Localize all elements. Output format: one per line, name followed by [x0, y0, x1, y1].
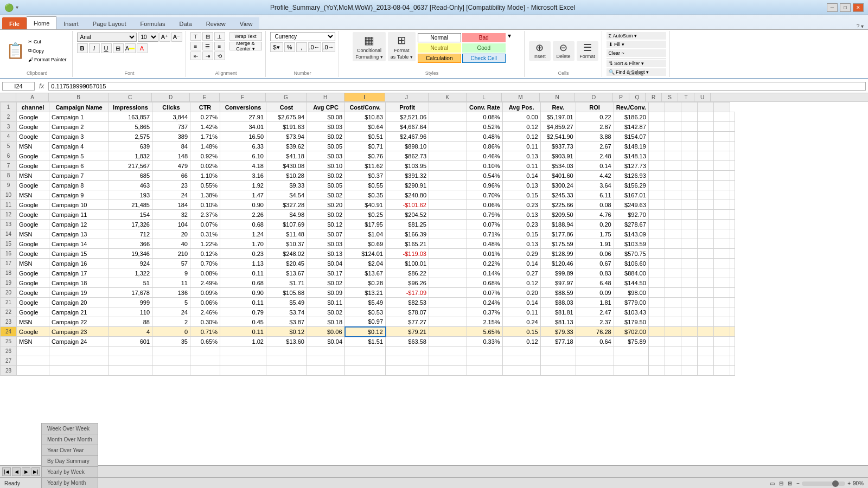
cell-11-11[interactable]: 0.06%: [467, 200, 503, 210]
cell-17-6[interactable]: $20.45: [266, 259, 307, 268]
col-header-F[interactable]: F: [220, 93, 266, 101]
cell-27-7[interactable]: [307, 356, 345, 366]
cell-25-2[interactable]: 601: [109, 337, 152, 346]
clear-button[interactable]: Clear ~: [607, 49, 666, 57]
cell-23-7[interactable]: $0.18: [307, 317, 345, 327]
cell-5-2[interactable]: 639: [109, 142, 152, 151]
cell-5-5[interactable]: 6.33: [220, 142, 266, 151]
cell-13-10[interactable]: [429, 220, 467, 229]
cell-8-1[interactable]: Campaign 7: [49, 171, 109, 181]
underline-button[interactable]: U: [101, 43, 112, 53]
cell-6-8[interactable]: $0.76: [345, 151, 386, 161]
row-num-10[interactable]: 10: [1, 190, 17, 200]
cell-25-11[interactable]: 0.33%: [467, 337, 503, 346]
cell-3-0[interactable]: Google: [17, 122, 49, 132]
align-left-button[interactable]: ≡: [190, 42, 201, 50]
cell-9-4[interactable]: 0.55%: [190, 181, 220, 190]
cell-11-8[interactable]: $40.91: [345, 200, 386, 210]
cell-22-12[interactable]: 0.11: [502, 307, 540, 317]
cell-17-14[interactable]: 0.67: [576, 259, 614, 268]
cell-10-3[interactable]: 24: [152, 190, 190, 200]
cell-7-1[interactable]: Campaign 6: [49, 161, 109, 171]
col-header-M[interactable]: M: [502, 93, 540, 101]
cell-13-14[interactable]: 0.20: [576, 220, 614, 229]
cell-23-15[interactable]: $179.50: [614, 317, 648, 327]
cell-4-10[interactable]: [429, 132, 467, 142]
cell-24-8[interactable]: $0.12: [345, 327, 386, 337]
tab-formulas[interactable]: Formulas: [133, 17, 173, 29]
cell-2-12[interactable]: 0.00: [502, 112, 540, 122]
row-num-5[interactable]: 5: [1, 142, 17, 151]
cell-22-8[interactable]: $0.53: [345, 307, 386, 317]
cell-4-3[interactable]: 389: [152, 132, 190, 142]
cell-27-1[interactable]: [49, 356, 109, 366]
cell-13-6[interactable]: $107.69: [266, 220, 307, 229]
cell-28-4[interactable]: [190, 366, 220, 376]
cell-20-4[interactable]: 0.09%: [190, 288, 220, 298]
cell-10-9[interactable]: $240.80: [386, 190, 429, 200]
cell-4-6[interactable]: $73.94: [266, 132, 307, 142]
cell-4-5[interactable]: 16.50: [220, 132, 266, 142]
row-num-8[interactable]: 8: [1, 171, 17, 181]
cell-16-4[interactable]: 0.12%: [190, 249, 220, 259]
dollar-sign-button[interactable]: $▾: [270, 42, 283, 52]
row-num-25[interactable]: 25: [1, 337, 17, 346]
cell-18-0[interactable]: Google: [17, 268, 49, 278]
cell-5-14[interactable]: 2.67: [576, 142, 614, 151]
cell-15-10[interactable]: [429, 239, 467, 249]
cell-25-6[interactable]: $13.60: [266, 337, 307, 346]
cell-14-1[interactable]: Campaign 13: [49, 229, 109, 239]
cell-25-15[interactable]: $75.89: [614, 337, 648, 346]
cell-6-12[interactable]: 0.13: [502, 151, 540, 161]
cell-15-15[interactable]: $103.59: [614, 239, 648, 249]
cell-7-0[interactable]: Google: [17, 161, 49, 171]
cell-20-1[interactable]: Campaign 19: [49, 288, 109, 298]
cell-2-13[interactable]: $5,197.01: [540, 112, 576, 122]
cell-7-12[interactable]: 0.11: [502, 161, 540, 171]
cell-28-15[interactable]: [614, 366, 648, 376]
cell-17-12[interactable]: 0.14: [502, 259, 540, 268]
cell-28-13[interactable]: [540, 366, 576, 376]
cell-24-7[interactable]: $0.06: [307, 327, 345, 337]
header-impressions[interactable]: Impressions: [109, 102, 152, 112]
cell-25-9[interactable]: $63.58: [386, 337, 429, 346]
cell-14-15[interactable]: $143.09: [614, 229, 648, 239]
cell-24-9[interactable]: $79.21: [386, 327, 429, 337]
cell-26-4[interactable]: [190, 346, 220, 356]
align-top-button[interactable]: ⊤: [190, 32, 201, 41]
cell-16-12[interactable]: 0.29: [502, 249, 540, 259]
cell-24-12[interactable]: 0.15: [502, 327, 540, 337]
autosum-button[interactable]: Σ AutoSum ▾: [607, 32, 666, 40]
cell-6-13[interactable]: $903.91: [540, 151, 576, 161]
cell-21-11[interactable]: 0.24%: [467, 298, 503, 307]
cell-11-3[interactable]: 184: [152, 200, 190, 210]
cell-8-3[interactable]: 66: [152, 171, 190, 181]
cell-23-1[interactable]: Campaign 22: [49, 317, 109, 327]
col-header-I[interactable]: I: [344, 93, 385, 101]
cell-13-7[interactable]: $0.12: [307, 220, 345, 229]
cell-8-5[interactable]: 3.16: [220, 171, 266, 181]
cell-22-7[interactable]: $0.02: [307, 307, 345, 317]
cell-17-2[interactable]: 924: [109, 259, 152, 268]
cell-3-14[interactable]: 2.87: [576, 122, 614, 132]
cell-7-6[interactable]: $430.08: [266, 161, 307, 171]
cell-13-3[interactable]: 104: [152, 220, 190, 229]
cell-28-8[interactable]: [345, 366, 386, 376]
cell-10-2[interactable]: 193: [109, 190, 152, 200]
cell-4-15[interactable]: $154.07: [614, 132, 648, 142]
cell-22-9[interactable]: $78.07: [386, 307, 429, 317]
cell-9-0[interactable]: Google: [17, 181, 49, 190]
col-header-C[interactable]: C: [108, 93, 152, 101]
cell-18-14[interactable]: 0.83: [576, 268, 614, 278]
cell-12-3[interactable]: 32: [152, 210, 190, 220]
header-conv-rate[interactable]: Conv. Rate: [467, 102, 503, 112]
cell-6-14[interactable]: 2.48: [576, 151, 614, 161]
cell-7-15[interactable]: $127.73: [614, 161, 648, 171]
cell-19-15[interactable]: $144.50: [614, 278, 648, 288]
style-good[interactable]: Good: [462, 43, 506, 53]
cell-16-10[interactable]: [429, 249, 467, 259]
col-header-E[interactable]: E: [190, 93, 220, 101]
cell-6-1[interactable]: Campaign 5: [49, 151, 109, 161]
maximize-button[interactable]: □: [840, 3, 851, 12]
italic-button[interactable]: I: [89, 43, 100, 53]
